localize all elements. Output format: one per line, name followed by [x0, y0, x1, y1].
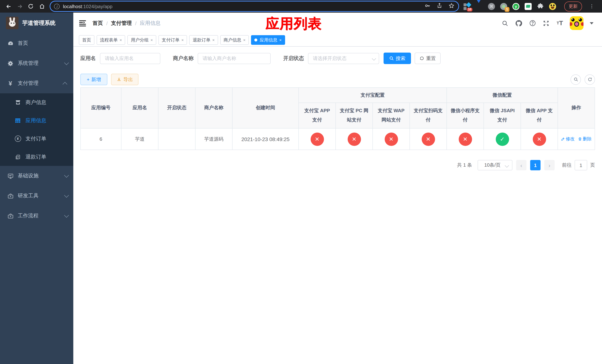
goto-label: 前往 — [562, 162, 572, 169]
close-icon[interactable]: × — [279, 38, 281, 42]
close-icon[interactable]: × — [243, 38, 246, 42]
goto-page-input[interactable] — [575, 160, 587, 170]
toggle-search-button[interactable] — [570, 74, 581, 85]
reset-button[interactable]: 重置 — [415, 53, 441, 64]
chevron-up-icon — [63, 82, 67, 86]
sidebar-item-pay[interactable]: ¥ 支付管理 — [0, 73, 73, 93]
extensions-puzzle-icon[interactable] — [537, 3, 544, 10]
plus-icon: + — [87, 77, 89, 82]
help-question-icon[interactable] — [529, 20, 536, 27]
chrome-update-button[interactable]: 更新 — [564, 1, 582, 11]
extension-command-icon[interactable]: ⌘ — [488, 3, 495, 10]
avatar-dropdown-caret[interactable] — [590, 22, 593, 24]
tab-merchant-info[interactable]: 商户信息× — [220, 35, 249, 45]
extension-tag-manager-icon[interactable]: 10 — [463, 3, 471, 10]
export-button[interactable]: 导出 — [111, 74, 139, 85]
col-group-wechat: 微信配置 — [447, 87, 558, 103]
extension-recorder-icon[interactable]: 1 — [500, 3, 507, 10]
next-page-button[interactable]: › — [544, 160, 555, 170]
refresh-button[interactable] — [585, 74, 595, 85]
close-icon[interactable]: × — [212, 38, 215, 42]
bookmark-star-icon[interactable] — [448, 2, 455, 10]
status-select[interactable] — [308, 53, 379, 64]
yen-icon: ¥ — [7, 80, 14, 87]
dashboard-icon — [7, 40, 14, 47]
url-text[interactable]: localhost:1024/pay/app — [63, 3, 424, 9]
sidebar-item-label: 研发工具 — [18, 193, 39, 199]
edit-button[interactable]: 修改 — [561, 136, 575, 142]
sidebar-item-dev-tools[interactable]: 研发工具 — [0, 186, 73, 206]
sidebar-item-pay-order[interactable]: ¥ 支付订单 — [0, 130, 73, 148]
user-avatar[interactable] — [570, 16, 583, 30]
close-icon[interactable]: × — [119, 38, 122, 42]
yen-circle-icon: ¥ — [14, 135, 21, 142]
sidebar-logo[interactable]: 芋道管理系统 — [0, 13, 73, 33]
tags-view-bar: 首页 流程表单× 用户分组× 支付订单× 退款订单× 商户信息× 应用信息× — [73, 34, 602, 47]
chevron-down-icon — [64, 173, 69, 177]
chevron-down-icon — [505, 163, 509, 168]
browser-home-icon[interactable] — [36, 1, 47, 12]
sidebar-item-merchant-info[interactable]: 商户信息 — [0, 93, 73, 111]
merchant-name-input[interactable] — [198, 53, 271, 64]
extension-chat-icon[interactable] — [525, 3, 532, 10]
tab-pay-order[interactable]: 支付订单× — [159, 35, 187, 45]
cell-created: 2021-10-23 08:49:25 — [232, 128, 299, 150]
font-size-icon[interactable]: TT — [556, 20, 563, 27]
browser-forward-icon[interactable] — [14, 1, 25, 12]
header-search-icon[interactable] — [501, 20, 509, 27]
app-name-label: 应用名 — [80, 55, 96, 62]
col-app-name: 应用名 — [121, 87, 158, 128]
col-created: 创建时间 — [232, 87, 299, 128]
search-button[interactable]: 搜索 — [384, 53, 411, 64]
page-number-active[interactable]: 1 — [530, 160, 540, 170]
sidebar-item-app-info[interactable]: 应用信息 — [0, 111, 73, 130]
tab-app-info-active[interactable]: 应用信息× — [251, 35, 285, 45]
browser-toolbar: i localhost:1024/pay/app 10 — [0, 0, 602, 13]
share-icon[interactable] — [437, 3, 442, 10]
extension-gem-icon[interactable] — [476, 3, 483, 10]
sidebar-item-infra[interactable]: 基础设施 — [0, 166, 73, 186]
profile-avatar-icon[interactable] — [549, 3, 556, 10]
chrome-menu-icon[interactable]: ⋮ — [589, 6, 592, 7]
app-name-input[interactable] — [100, 53, 160, 64]
wx-jsapi-status-icon: ✓ — [495, 132, 509, 146]
tab-home[interactable]: 首页 — [79, 35, 94, 45]
site-info-icon[interactable]: i — [54, 3, 60, 9]
sidebar-item-system[interactable]: 系统管理 — [0, 53, 73, 73]
sidebar-item-refund-order[interactable]: 退款订单 — [0, 148, 73, 166]
wx-app-status-icon: ✕ — [533, 132, 546, 146]
active-dot — [254, 39, 257, 42]
breadcrumb-separator: / — [106, 20, 108, 26]
browser-back-icon[interactable] — [3, 1, 14, 12]
sidebar-item-workflow[interactable]: 工作流程 — [0, 206, 73, 226]
breadcrumb-pay[interactable]: 支付管理 — [111, 20, 132, 26]
document-copy-icon — [14, 153, 21, 160]
browser-reload-icon[interactable] — [25, 1, 36, 12]
add-button[interactable]: + 新增 — [80, 74, 107, 85]
breadcrumb-separator: / — [135, 20, 137, 26]
extension-y-icon[interactable]: y — [512, 3, 519, 10]
pagination: 共 1 条 10条/页 ‹ 1 › 前往 页 — [80, 160, 595, 170]
sidebar-item-label: 工作流程 — [18, 213, 39, 219]
delete-button[interactable]: 删除 — [578, 136, 592, 142]
cell-app-name: 芋道 — [121, 128, 158, 150]
sidebar-fold-icon[interactable] — [78, 20, 87, 26]
tab-user-group[interactable]: 用户分组× — [128, 35, 156, 45]
close-icon[interactable]: × — [182, 38, 184, 42]
tab-refund-order[interactable]: 退款订单× — [189, 35, 218, 45]
close-icon[interactable]: × — [150, 38, 153, 42]
fullscreen-icon[interactable] — [542, 20, 550, 27]
prev-page-button[interactable]: ‹ — [516, 160, 527, 170]
sidebar-item-label: 首页 — [18, 40, 28, 47]
page-content: 应用名 商户名称 开启状态 搜索 重置 — [73, 47, 602, 364]
search-form: 应用名 商户名称 开启状态 搜索 重置 — [80, 53, 595, 64]
sidebar-item-home[interactable]: 首页 — [0, 33, 73, 53]
breadcrumb-home[interactable]: 首页 — [93, 20, 103, 26]
github-icon[interactable] — [515, 20, 522, 27]
cell-actions: 修改 删除 — [558, 128, 595, 150]
merchant-name-label: 商户名称 — [173, 55, 194, 62]
password-key-icon[interactable] — [424, 2, 430, 10]
address-bar[interactable]: i localhost:1024/pay/app — [50, 1, 458, 11]
tab-flow-form[interactable]: 流程表单× — [97, 35, 125, 45]
page-size-select[interactable]: 10条/页 — [478, 160, 512, 170]
